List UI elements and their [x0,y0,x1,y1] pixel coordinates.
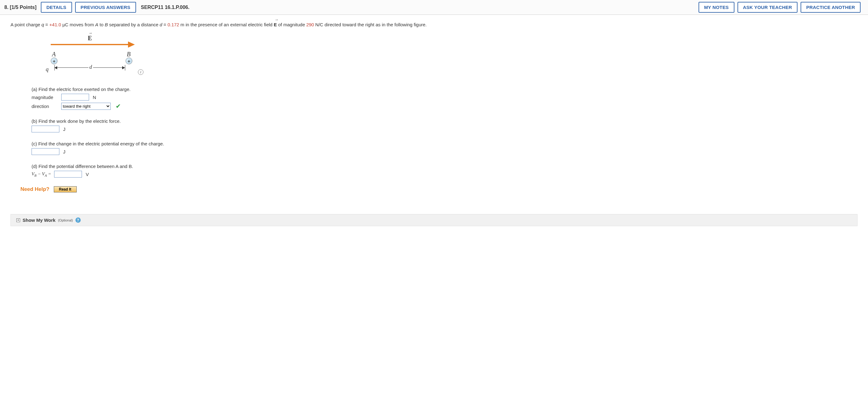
symbol-b: B [105,22,108,27]
symbol-a: A [95,22,98,27]
potential-unit: V [86,172,89,177]
part-a: (a) Find the electric force exerted on t… [32,87,858,110]
part-d: (d) Find the potential difference betwee… [32,164,858,178]
text: separated by a distance [108,22,160,27]
symbol-e-vector: E [274,21,277,28]
need-help-label: Need Help? [21,186,50,192]
problem-figure: E A B + + q d i [41,35,165,79]
figure-info-icon[interactable]: i [138,69,144,75]
figure-label-q: q [46,66,49,73]
read-it-button[interactable]: Read It [54,186,77,192]
vb-minus-va-label: VB − VA = [32,172,51,177]
dim-arrow-icon [122,66,125,69]
dim-tick-icon [125,65,125,70]
dim-arrow-icon [55,66,57,69]
symbol-b: B [129,164,132,169]
text: V [32,172,34,176]
text: and [118,164,129,169]
part-d-prompt: (d) Find the potential difference betwee… [32,164,858,169]
text: = [47,172,51,176]
question-body: A point charge q = +41.0 µC moves from A… [0,15,868,239]
potential-diff-input[interactable] [54,171,82,178]
question-header: 8. [1/5 Points] DETAILS PREVIOUS ANSWERS… [0,0,868,15]
header-actions: MY NOTES ASK YOUR TEACHER PRACTICE ANOTH… [699,2,864,13]
magnitude-unit: N [93,95,96,100]
pe-change-input[interactable] [32,148,59,155]
part-a-prompt: (a) Find the electric force exerted on t… [32,87,858,92]
work-unit: J [63,126,66,132]
expand-plus-icon[interactable]: + [17,218,20,222]
part-c: (c) Find the change in the electric pote… [32,141,858,155]
my-notes-button[interactable]: MY NOTES [699,2,735,13]
previous-answers-button[interactable]: PREVIOUS ANSWERS [75,2,136,13]
text: V [42,172,45,176]
show-my-work-help-icon[interactable]: ? [75,217,81,223]
part-c-prompt: (c) Find the change in the electric pote… [32,141,858,146]
value-field: 290 [306,22,314,27]
assignment-id: SERCP11 16.1.P.006. [141,5,190,10]
figure-e-label: E [88,35,92,42]
show-my-work-label: Show My Work [23,217,55,223]
practice-another-button[interactable]: PRACTICE ANOTHER [801,2,861,13]
text: of magnitude [277,22,306,27]
ask-teacher-button[interactable]: ASK YOUR TEACHER [738,2,798,13]
direction-label: direction [32,104,58,109]
part-b-prompt: (b) Find the work done by the electric f… [32,119,858,124]
optional-label: (Optional) [58,218,73,222]
text: B [34,174,36,177]
pe-unit: J [63,149,66,154]
text: . [132,164,133,169]
magnitude-label: magnitude [32,95,58,100]
text: − [36,172,42,176]
value-distance: 0.172 [167,22,179,27]
figure-label-a: A [52,51,56,58]
text: = [162,22,167,27]
details-button[interactable]: DETAILS [41,2,72,13]
text: (d) Find the potential difference betwee… [32,164,116,169]
correct-check-icon: ✔ [116,102,121,110]
question-number: 8. [1/5 Points] [4,5,36,10]
direction-select[interactable]: ---Select---toward the righttoward the l… [61,103,111,110]
point-b-charge-icon: + [126,58,132,64]
text: A point charge [10,22,41,27]
magnitude-input[interactable] [61,94,89,100]
value-charge: +41.0 [50,22,61,27]
need-help-row: Need Help? Read It [21,186,858,192]
text: m in the presence of an external electri… [179,22,274,27]
e-arrow-icon [51,44,128,45]
text: to [98,22,105,27]
problem-statement: A point charge q = +41.0 µC moves from A… [10,21,858,28]
text: µC moves from [61,22,95,27]
text: N/C directed toward the right as in the … [314,22,427,27]
question-parts: (a) Find the electric force exerted on t… [32,87,858,178]
e-arrowhead-icon [128,41,135,48]
figure-label-d: d [88,64,93,70]
show-my-work-bar[interactable]: + Show My Work (Optional) ? [10,214,858,226]
point-a-charge-icon: + [51,58,58,64]
figure-label-b: B [127,51,130,58]
symbol-d: d [160,22,162,27]
work-input[interactable] [32,126,59,132]
text: = [44,22,49,27]
symbol-a: A [116,164,118,169]
part-b: (b) Find the work done by the electric f… [32,119,858,132]
